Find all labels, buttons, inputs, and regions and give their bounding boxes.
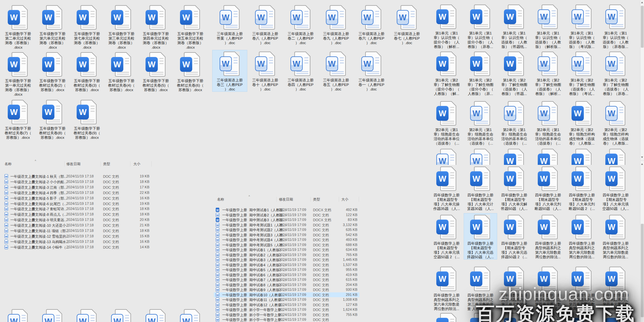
file-icon-partial[interactable]: W — [105, 308, 138, 322]
file-icon[interactable]: W第1单元（第1章）认识生物（提分小卷）（人教版）（原卷... — [464, 3, 497, 49]
file-row[interactable]: W一年级数学上册期中试卷9（人教版）...2024/11/19 17:09DOC… — [214, 287, 359, 292]
file-icon-partial[interactable]: W — [498, 147, 531, 165]
file-icon[interactable]: W五年级数学下册第七单元过关检测卷（苏教版）.docx — [70, 4, 104, 50]
file-icon[interactable]: W三年级英语上册卷五（人教PEP）.doc — [319, 50, 353, 91]
file-row[interactable]: W一年级语文上册类文阅读-8 雨点儿（...2024/11/19 17:18DO… — [3, 212, 154, 217]
file-icon-partial[interactable]: W — [565, 147, 598, 165]
file-icon[interactable]: W第2单元（第1章）细胞是生命活动的基本单位（选拔卷）（... — [430, 100, 463, 146]
file-icon[interactable]: W五年级数学下册教材过关卷(8)（苏教版）.docx — [36, 99, 69, 140]
file-row[interactable]: W一年级语文上册类文阅读-12 雪地里的...2024/11/19 17:18D… — [3, 234, 154, 239]
scrollbar-top[interactable] — [640, 0, 644, 160]
column-header[interactable]: 修改日期 — [279, 197, 293, 202]
file-icon[interactable]: W五年级数学下册教材过关卷(3)（苏教版）.docx — [70, 51, 104, 92]
file-row[interactable]: W一年级数学上册新小学一年数学上册...2024/11/19 17:09DOC … — [214, 317, 359, 322]
file-icon[interactable]: W第1单元（第1章）认识生物（提分小卷）（人教版）（解析... — [430, 3, 463, 49]
file-icon[interactable]: W四年级数学上册典型例题系列之第四单元两位数乘两位数应用... — [599, 265, 632, 311]
file-row[interactable]: W一年级数学上册期中测试卷1（人教版...2024/11/19 17:09DOC… — [214, 207, 359, 213]
file-row[interactable]: W一年级数学上册期中测试卷3（人教版...2024/11/19 17:09DOC… — [214, 217, 359, 223]
file-icon[interactable]: W第2单元（第2章）细胞怎样构成生物体（选拔卷）（人教版... — [565, 100, 598, 146]
file-icon-partial[interactable]: W — [174, 308, 207, 322]
file-icon-partial[interactable]: W — [36, 308, 69, 322]
file-icon[interactable]: W四年级数学上册典型例题系列之第三单元角的度量 人教版（原... — [498, 265, 531, 311]
file-icon[interactable]: W五年级数学下册第三单元过关检测卷（苏教版）.docx — [105, 4, 138, 50]
file-icon[interactable]: W五年级数学下册教材过关卷(4)（苏教版）.docx — [105, 51, 138, 92]
file-icon[interactable]: W四年级数学上册【期末题型专项】八大单元选择题50题 （人... — [464, 213, 497, 259]
file-icon-partial[interactable]: W — [599, 312, 632, 322]
file-row[interactable]: W一年级数学上册期中试卷4（人教版）...2024/11/19 17:09DOC… — [214, 262, 359, 268]
file-icon-partial[interactable]: W — [430, 312, 463, 322]
file-icon[interactable]: W第1单元（第1章）认识生物（选拔卷）（人教版）（考试版... — [565, 3, 598, 49]
file-icon[interactable]: W五年级数学下册第二单元过关检测卷（苏教版）.docx — [1, 4, 35, 50]
file-icon[interactable]: W五年级数学下册教材过关卷(9)（苏教版）.docx — [70, 99, 104, 140]
column-header[interactable]: 大小 — [133, 162, 140, 166]
file-icon[interactable]: W三年级英语上册卷十（人教PEP）.doc — [248, 50, 282, 91]
file-icon[interactable]: W五年级数学下册第五单元过关检测卷（苏教版）.docx — [174, 4, 207, 50]
file-row[interactable]: W一年级数学上册期中试卷3（人教版）...2024/11/19 17:09DOC… — [214, 257, 359, 262]
file-icon-partial[interactable]: W — [70, 308, 104, 322]
file-row[interactable]: W一年级语文上册类文阅读-7 青蛙写诗...2024/11/19 17:18DO… — [3, 206, 154, 212]
scroll-up-icon[interactable] — [641, 2, 643, 3]
file-icon[interactable]: W三年级英语上册卷九（人教PEP）.doc — [319, 4, 353, 45]
file-icon[interactable]: W四年级数学上册【期末题型专项】八大单元选择题50题 2 （... — [498, 213, 531, 259]
file-row[interactable]: W一年级数学上册期中试卷7（人教版）...2024/11/19 17:09DOC… — [214, 277, 359, 282]
file-row[interactable]: W一年级数学上册期中试卷8（人教版）...2024/11/19 17:09DOC… — [214, 282, 359, 288]
file-row[interactable]: W一年级语文上册类文阅读-14 小蜗牛（...2024/11/19 17:18D… — [3, 245, 154, 250]
file-icon[interactable]: W五年级数学下册第一单元过关检测卷（苏教版）.docx — [1, 51, 35, 97]
file-row[interactable]: W一年级语文上册类文阅读-13 乌鸦喝水...2024/11/19 17:18D… — [3, 239, 154, 245]
file-icon[interactable]: W五年级数学下册教材过关卷(7)（苏教版）.docx — [1, 99, 35, 140]
file-icon[interactable]: W四年级数学上册典型例题系列之第六单元除数是两位数的除法... — [532, 213, 564, 259]
file-row[interactable]: W一年级语文上册类文阅读-3 江南（部...2024/11/19 17:18DO… — [3, 185, 154, 190]
column-header[interactable]: 类型 — [103, 162, 110, 166]
file-icon[interactable]: W第2单元（第1章）细胞是生命活动的基本单位（选拔卷）（... — [464, 100, 497, 146]
file-icon[interactable]: W三年级英语上册卷三（人教PEP）.doc — [213, 50, 247, 91]
file-icon[interactable]: W第1单元（第2章）了解生物圈（提分小卷）（人教版）（原... — [464, 50, 497, 96]
file-icon[interactable]: W四年级数学上册【期末题型专项】八大单元判断题50题 （人... — [532, 165, 564, 211]
file-icon[interactable]: W第1单元（第2章）了解生物圈（选拔卷）（人教版）（原卷... — [599, 50, 632, 96]
file-row[interactable]: W一年级数学上册新小学一年数学上册...2024/11/19 17:09DOC … — [214, 312, 359, 317]
file-row[interactable]: W一年级语文上册类文阅读-1 秋天（部...2024/11/19 17:18DO… — [3, 174, 154, 179]
file-icon[interactable]: W第1单元（第2章）了解生物圈（选拔卷）（人教版）（答题... — [498, 50, 531, 96]
file-icon[interactable]: W四年级数学上册典型例题系列之第三单元角的度量 人教版（解... — [464, 265, 497, 311]
file-row[interactable]: W一年级语文上册类文阅读-6 比尾巴（...2024/11/19 17:18DO… — [3, 201, 154, 207]
file-row[interactable]: W一年级数学上册期中考测试题2（人教...2024/11/19 17:09DOC… — [214, 227, 359, 232]
file-icon[interactable]: W三年级英语上册卷二（人教PEP）.doc — [283, 4, 318, 45]
file-row[interactable]: W一年级语文上册类文阅读-2 小小的船...2024/11/19 17:18DO… — [3, 179, 154, 185]
file-row[interactable]: W一年级数学上册期中试卷6（人教版）...2024/11/19 17:09DOC… — [214, 272, 359, 278]
file-row[interactable]: W一年级数学上册期中试卷2（人教版）...2024/11/19 17:09DOC… — [214, 252, 359, 258]
file-icon-partial[interactable]: W — [599, 147, 632, 165]
file-icon[interactable]: W四年级数学上册【期末题型专项】八大单元判断题50题 2 （... — [565, 165, 598, 211]
file-icon[interactable]: W四年级数学上册【期末题型专项】八大单元解答题50题 （人... — [498, 165, 531, 211]
file-row[interactable]: W一年级数学上册期中试卷1（人教版）...2024/11/19 17:09DOC… — [214, 247, 359, 252]
file-icon[interactable]: W第1单元（第2章）了解生物圈（选拔卷）（人教版）（解析... — [532, 50, 564, 96]
file-icon-partial[interactable]: W — [532, 312, 564, 322]
file-icon[interactable]: W第1单元（第2章）了解生物圈（提分小卷）（人教版）（解... — [430, 50, 463, 96]
file-icon[interactable]: W第1单元（第2章）了解生物圈（选拔卷）（人教版）（考试... — [565, 50, 598, 96]
file-icon[interactable]: W四年级数学上册典型例题系列之第六单元除数是两位数的除法... — [430, 265, 463, 311]
file-icon[interactable]: W第1单元（第1章）认识生物（选拔卷）（人教版）（答题纸... — [498, 3, 531, 49]
file-icon[interactable]: W第2单元（第2章）细胞怎样构成生物体（选拔卷）（人教版... — [599, 100, 632, 146]
file-row[interactable]: W一年级数学上册期中试卷11（人教版...2024/11/19 17:09DOC… — [214, 297, 359, 302]
scrollbar-bottom[interactable] — [640, 161, 644, 322]
file-icon[interactable]: W五年级数学下册教材过关卷(2)（苏教版）.docx — [36, 51, 69, 92]
file-icon[interactable]: W第1单元（第1章）认识生物（选拔卷）（人教版）（解析版... — [532, 3, 564, 49]
scrollbar-thumb[interactable] — [641, 224, 644, 317]
scrollbar-thumb[interactable] — [641, 6, 644, 48]
file-row[interactable]: W一年级数学上册期中测试卷2（人教版...2024/11/19 17:09DOC… — [214, 213, 359, 218]
file-icon-partial[interactable]: W — [498, 312, 531, 322]
column-header[interactable]: 名称 — [5, 162, 12, 166]
file-icon[interactable]: W四年级数学上册【期末题型专项】八大单元操作题35题 （人... — [430, 165, 463, 211]
file-icon[interactable]: W五年级数学下册第六单元过关检测卷（苏教版）.docx — [36, 4, 69, 50]
file-row[interactable]: W一年级数学上册新小学一年数学上册...2024/11/19 17:09DOC … — [214, 307, 359, 312]
file-row[interactable]: W一年级语文上册类文阅读-11 项链（部...2024/11/19 17:18D… — [3, 228, 154, 234]
file-row[interactable]: W一年级数学上册期中考测试题1（人教...2024/11/19 17:09DOC… — [214, 223, 359, 228]
file-icon-partial[interactable]: W — [565, 312, 598, 322]
file-icon[interactable]: W四年级数学上册典型例题系列之第四单元两位数乘两位数计算... — [565, 265, 598, 311]
file-icon[interactable]: W第1单元（第1章）认识生物（选拔卷）（人教版）（原卷版... — [599, 3, 632, 49]
scroll-down-icon[interactable] — [641, 156, 643, 158]
file-icon[interactable]: W四年级数学上册【期末题型专项】八大单元计算题30题 （人... — [464, 165, 497, 211]
file-icon-partial[interactable]: W — [532, 147, 564, 165]
file-icon[interactable]: W三年级英语上册卷四（人教PEP）.doc — [283, 50, 318, 91]
file-row[interactable]: W一年级数学上册期中试卷10（人教版...2024/11/19 17:09DOC… — [214, 292, 359, 298]
file-icon[interactable]: W三年级英语上册卷八（人教PEP）.doc — [248, 4, 282, 45]
file-icon[interactable]: W三年级英语上册卷六（人教PEP）.doc — [354, 4, 389, 45]
